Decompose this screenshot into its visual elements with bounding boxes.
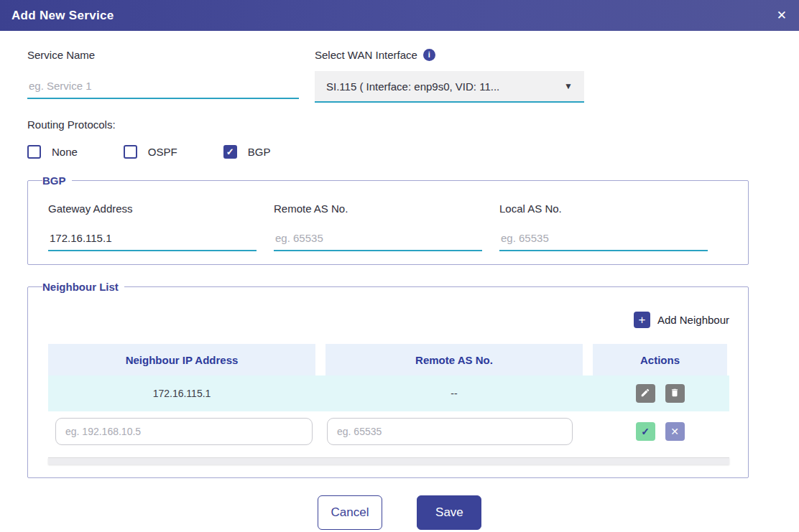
confirm-neighbour-button[interactable]: ✓ (636, 422, 655, 441)
local-as-input[interactable] (499, 225, 708, 251)
checkbox-group-ospf[interactable]: OSPF (124, 145, 177, 159)
gateway-address-group: Gateway Address (48, 197, 257, 251)
table-input-row: ✓ ✕ (48, 411, 729, 452)
service-name-label: Service Name (27, 47, 299, 62)
neighbour-table: Neighbour IP Address Remote AS No. Actio… (48, 344, 729, 465)
wan-interface-group: Select WAN Interface i SI.115 ( Interfac… (315, 41, 584, 103)
add-new-service-modal: Add New Service ✕ Service Name Select WA… (0, 0, 799, 530)
checkbox-group-none[interactable]: None (27, 145, 78, 159)
add-neighbour-button[interactable]: + Add Neighbour (48, 312, 729, 328)
add-neighbour-label: Add Neighbour (657, 314, 729, 326)
gateway-address-label: Gateway Address (48, 202, 257, 215)
local-as-label: Local AS No. (499, 202, 708, 215)
delete-button[interactable] (665, 384, 685, 403)
bgp-legend: BGP (42, 174, 72, 187)
service-name-group: Service Name (27, 41, 299, 103)
wan-interface-selected-value: SI.115 ( Interface: enp9s0, VID: 11... (326, 80, 499, 93)
close-icon[interactable]: ✕ (777, 9, 787, 22)
remote-as-label: Remote AS No. (274, 202, 482, 215)
chevron-down-icon: ▼ (564, 81, 573, 91)
none-checkbox-label: None (52, 146, 78, 158)
new-row-actions: ✓ ✕ (593, 411, 727, 452)
modal-title: Add New Service (11, 9, 114, 23)
neighbour-table-header: Neighbour IP Address Remote AS No. Actio… (48, 344, 729, 375)
discard-neighbour-button[interactable]: ✕ (665, 422, 685, 441)
info-icon[interactable]: i (423, 49, 435, 61)
wan-interface-label: Select WAN Interface i (315, 47, 584, 62)
gateway-address-input[interactable] (48, 225, 257, 251)
cancel-button[interactable]: Cancel (318, 495, 383, 530)
service-name-input[interactable] (27, 73, 299, 99)
remote-as-input[interactable] (274, 225, 482, 251)
table-row: 172.16.115.1 -- (48, 375, 729, 411)
header-remote-as: Remote AS No. (325, 344, 583, 375)
neighbour-ip-input[interactable] (55, 418, 313, 445)
neighbour-as-input[interactable] (327, 418, 573, 445)
header-neighbour-ip: Neighbour IP Address (48, 344, 315, 375)
wan-interface-label-text: Select WAN Interface (315, 49, 417, 61)
bgp-checkbox-label: BGP (248, 146, 271, 158)
pencil-icon (640, 388, 650, 399)
x-icon: ✕ (670, 426, 679, 437)
neighbour-list-legend: Neighbour List (42, 281, 124, 293)
trash-icon (670, 388, 680, 399)
routing-protocols-label: Routing Protocols: (27, 118, 772, 131)
ospf-checkbox[interactable] (124, 145, 137, 159)
header-actions: Actions (593, 344, 727, 375)
routing-protocols-options: None OSPF ✓ BGP (27, 145, 772, 159)
check-icon: ✓ (641, 426, 650, 437)
horizontal-scrollbar[interactable] (48, 457, 729, 465)
ospf-checkbox-label: OSPF (148, 146, 177, 158)
local-as-group: Local AS No. (499, 197, 708, 251)
plus-icon[interactable]: + (634, 312, 650, 328)
row-neighbour-ip: 172.16.115.1 (48, 375, 315, 411)
edit-button[interactable] (636, 384, 655, 403)
neighbour-list-fieldset: Neighbour List + Add Neighbour Neighbour… (27, 281, 749, 478)
none-checkbox[interactable] (27, 145, 41, 159)
row-actions (593, 375, 727, 411)
wan-interface-select[interactable]: SI.115 ( Interface: enp9s0, VID: 11... ▼ (315, 71, 584, 103)
remote-as-group: Remote AS No. (274, 197, 482, 251)
modal-header: Add New Service ✕ (0, 0, 799, 31)
modal-footer: Cancel Save (27, 495, 772, 530)
modal-body: Service Name Select WAN Interface i SI.1… (0, 31, 799, 530)
bgp-checkbox[interactable]: ✓ (223, 145, 237, 159)
checkbox-group-bgp[interactable]: ✓ BGP (223, 145, 271, 159)
bgp-fieldset: BGP Gateway Address Remote AS No. Local … (27, 174, 749, 265)
save-button[interactable]: Save (417, 495, 481, 530)
row-remote-as: -- (325, 375, 583, 411)
